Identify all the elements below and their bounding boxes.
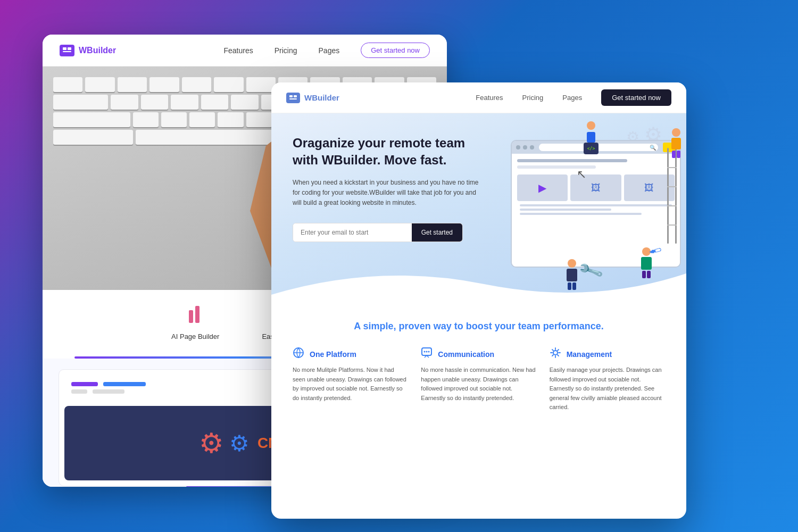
person-paint-legs — [642, 271, 651, 278]
code-badge: </> — [584, 143, 598, 154]
ai-page-builder-icon — [188, 306, 203, 327]
svg-point-14 — [428, 351, 430, 353]
front-hero-desc: When you need a kickstart in your busine… — [293, 178, 484, 209]
management-title: Management — [567, 350, 612, 359]
svg-rect-2 — [63, 51, 71, 52]
hero-illustration: ⚙ ⚙ 🔍 — [468, 119, 686, 300]
svg-point-13 — [426, 351, 428, 353]
ladder-rung-4 — [667, 225, 677, 226]
back-logo-text: WBuilder — [79, 46, 116, 55]
cms-bar-blue — [103, 382, 146, 386]
svg-rect-1 — [68, 47, 71, 50]
front-nav-links: Features Pricing Pages — [476, 94, 582, 102]
front-features-title: A simple, proven way to boost your team … — [293, 321, 665, 332]
browser-search-icon: 🔍 — [650, 145, 656, 151]
person-ladder — [671, 128, 681, 158]
one-platform-desc: No more Mulitple Platforms. Now it had s… — [293, 365, 408, 403]
one-platform-title: One Platform — [310, 350, 356, 359]
back-nav-pricing[interactable]: Pricing — [275, 46, 297, 55]
front-logo-icon — [286, 93, 300, 103]
svg-rect-4 — [195, 306, 200, 323]
person-coding-head — [587, 121, 595, 130]
front-hero-title: Oraganize your remote team with WBuilder… — [293, 135, 484, 169]
back-nav-pages[interactable]: Pages — [319, 46, 340, 55]
back-feature-ai: AI Page Builder — [171, 306, 219, 340]
browser-text-lines — [517, 204, 675, 215]
get-started-button[interactable]: Get started — [412, 223, 462, 242]
svg-rect-6 — [289, 95, 293, 97]
image-icon-2: 🖼 — [644, 182, 654, 194]
feature-card-one-platform: One Platform No more Mulitple Platforms.… — [293, 347, 408, 412]
person-ladder-leg-1 — [672, 151, 676, 158]
back-logo: WBuilder — [60, 45, 116, 56]
communication-desc: No more hassle in communication. New had… — [421, 365, 536, 403]
person-paint-torso — [641, 257, 652, 270]
cms-bar-light1 — [71, 389, 87, 394]
email-input[interactable] — [293, 223, 412, 242]
front-cta-button[interactable]: Get started now — [601, 89, 671, 106]
person-wrench-torso — [567, 269, 577, 281]
cms-bar-light2 — [93, 389, 124, 394]
person-coding: </> — [584, 121, 598, 154]
back-cta-button[interactable]: Get started now — [361, 43, 430, 58]
back-nav: WBuilder Features Pricing Pages Get star… — [43, 35, 447, 66]
person-wrench — [567, 259, 577, 290]
one-platform-icon — [293, 347, 304, 361]
front-hero: Oraganize your remote team with WBuilder… — [271, 113, 686, 305]
browser-search-bar: 🔍 — [539, 144, 658, 151]
image-icon-1: 🖼 — [591, 182, 601, 194]
browser-dot-2 — [523, 145, 527, 149]
feature-card-communication: Communication No more hassle in communic… — [421, 347, 536, 412]
feature-card-header-3: Management — [550, 347, 665, 361]
person-paint-leg-1 — [642, 271, 646, 278]
svg-point-15 — [553, 351, 558, 355]
back-nav-links: Features Pricing Pages — [223, 46, 339, 55]
person-coding-body-row — [587, 131, 595, 143]
front-nav: WBuilder Features Pricing Pages Get star… — [271, 82, 686, 113]
svg-rect-8 — [289, 98, 297, 99]
window-front: WBuilder Features Pricing Pages Get star… — [271, 82, 686, 519]
front-logo-text: WBuilder — [304, 93, 339, 102]
person-ladder-head — [672, 128, 680, 137]
cms-bar-purple — [71, 382, 98, 386]
browser-line-1 — [520, 204, 672, 206]
person-wrench-leg-1 — [568, 282, 571, 290]
cursor-arrow-icon: ↖ — [577, 168, 586, 181]
grid-item-play: ▶ — [517, 174, 568, 201]
back-feature-ai-label: AI Page Builder — [171, 332, 219, 340]
person-wrench-leg-2 — [572, 282, 576, 290]
person-wrench-legs — [568, 282, 576, 290]
email-input-row: Get started — [293, 223, 463, 242]
front-nav-pages[interactable]: Pages — [562, 94, 582, 102]
feature-card-header-1: One Platform — [293, 347, 408, 361]
management-desc: Easily manage your projects. Drawings ca… — [550, 365, 665, 412]
ladder-rung-3 — [667, 205, 677, 206]
browser-line-3 — [520, 213, 642, 215]
cms-gear-blue: ⚙ — [229, 430, 250, 456]
browser-content-bar-1 — [517, 159, 627, 162]
feature-card-management: Management Easily manage your projects. … — [550, 347, 665, 412]
person-paint-leg-2 — [647, 271, 651, 278]
person-ladder-leg-2 — [677, 151, 680, 158]
svg-rect-0 — [63, 47, 66, 50]
browser-line-2 — [520, 209, 611, 211]
management-icon — [550, 347, 561, 361]
front-features-grid: One Platform No more Mulitple Platforms.… — [293, 347, 665, 412]
browser-grid: ▶ 🖼 🖼 — [517, 174, 675, 201]
person-coding-torso — [587, 132, 595, 143]
communication-icon — [421, 347, 433, 361]
cms-gear-red: ⚙ — [199, 427, 224, 459]
person-ladder-torso — [671, 138, 681, 149]
ladder-rung-1 — [667, 167, 677, 168]
front-logo: WBuilder — [286, 93, 339, 103]
ladder-rung-2 — [667, 186, 677, 187]
svg-rect-3 — [189, 310, 193, 323]
browser-dot-3 — [530, 145, 534, 149]
front-nav-features[interactable]: Features — [476, 94, 503, 102]
front-nav-pricing[interactable]: Pricing — [522, 94, 544, 102]
person-wrench-head — [568, 259, 576, 268]
play-icon: ▶ — [538, 181, 546, 194]
ladder-rail-right — [675, 148, 677, 244]
back-nav-features[interactable]: Features — [223, 46, 253, 55]
feature-card-header-2: Communication — [421, 347, 536, 361]
